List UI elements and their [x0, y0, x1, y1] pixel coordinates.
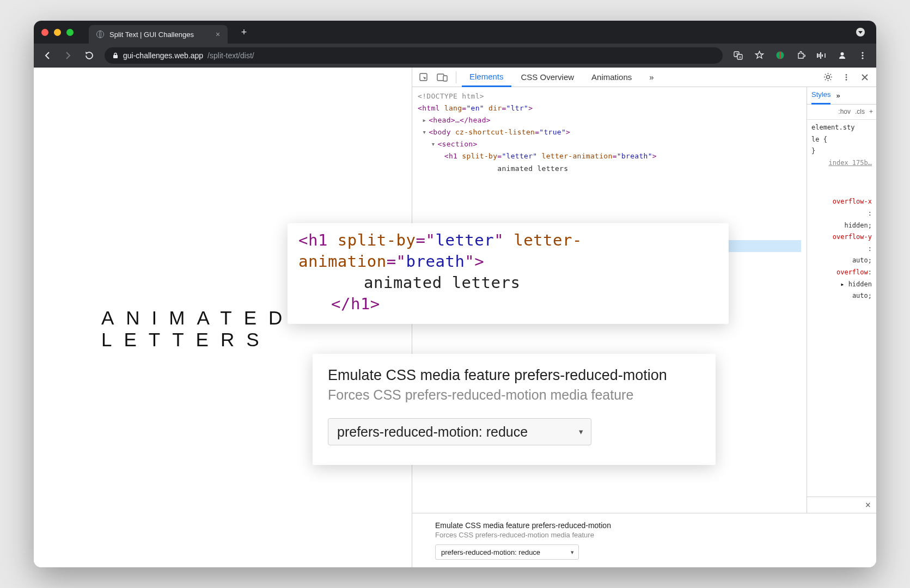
hov-toggle[interactable]: :hov [838, 106, 851, 118]
tab-title: Split Text | GUI Challenges [109, 30, 194, 39]
back-button[interactable] [39, 47, 56, 64]
collapse-arrow-icon[interactable]: ▾ [431, 138, 437, 150]
new-rule-button[interactable]: + [869, 106, 873, 118]
lock-icon [112, 52, 119, 59]
globe-icon [96, 30, 104, 38]
translate-button[interactable]: 文A [730, 47, 747, 64]
tab-elements[interactable]: Elements [462, 68, 511, 87]
expand-arrow-icon[interactable]: ▸ [422, 114, 429, 126]
svg-rect-9 [817, 53, 818, 58]
code-callout: <h1 split-by="letter" letter-animation="… [288, 223, 729, 324]
tab-animations[interactable]: Animations [584, 68, 639, 87]
extensions-button[interactable] [792, 47, 809, 64]
minimize-traffic-light[interactable] [54, 29, 61, 36]
account-avatar[interactable] [852, 24, 869, 40]
reload-button[interactable] [81, 47, 97, 64]
forward-button[interactable] [60, 47, 76, 64]
svg-text:A: A [739, 56, 741, 59]
source-link[interactable]: index 175b… [811, 157, 872, 169]
url-path: /split-text/dist/ [207, 51, 254, 60]
extension-color-icon[interactable] [772, 47, 788, 64]
browser-window: Split Text | GUI Challenges × + gui-chal… [34, 21, 876, 567]
callout-select[interactable]: prefers-reduced-motion: reduce [328, 418, 591, 445]
devtools-tabbar: Elements CSS Overview Animations » [412, 68, 876, 87]
styles-tab[interactable]: Styles [811, 87, 830, 105]
tab-close-icon[interactable]: × [216, 30, 220, 39]
settings-icon[interactable] [820, 69, 836, 85]
callout-desc: Forces CSS prefers-reduced-motion media … [328, 387, 700, 403]
drawer-close-icon[interactable]: × [865, 497, 871, 513]
callout-title: Emulate CSS media feature prefers-reduce… [328, 367, 700, 384]
svg-rect-18 [437, 74, 444, 81]
devtools-overflow-icon[interactable] [838, 69, 854, 85]
device-toolbar-icon[interactable] [434, 69, 450, 85]
zoom-traffic-light[interactable] [66, 29, 74, 36]
svg-point-14 [862, 52, 863, 53]
styles-pane: Styles » :hov .cls + element.sty le { } … [807, 87, 876, 513]
new-tab-button[interactable]: + [236, 24, 252, 40]
browser-tab[interactable]: Split Text | GUI Challenges × [89, 25, 228, 44]
svg-rect-3 [113, 55, 118, 58]
rendering-option-desc: Forces CSS prefers-reduced-motion media … [435, 531, 853, 539]
svg-rect-19 [443, 76, 447, 81]
profile-button[interactable] [834, 47, 850, 64]
svg-point-16 [862, 57, 863, 59]
svg-rect-10 [819, 54, 820, 57]
svg-point-15 [862, 54, 863, 56]
svg-point-23 [846, 79, 847, 81]
address-bar: gui-challenges.web.app/split-text/dist/ … [34, 44, 876, 68]
url-field[interactable]: gui-challenges.web.app/split-text/dist/ [105, 47, 723, 64]
render-callout: Emulate CSS media feature prefers-reduce… [313, 354, 716, 465]
close-traffic-light[interactable] [41, 29, 48, 36]
rendering-drawer: Emulate CSS media feature prefers-reduce… [412, 513, 876, 567]
tabs-overflow[interactable]: » [642, 68, 661, 87]
svg-marker-2 [85, 52, 88, 54]
tab-css-overview[interactable]: CSS Overview [514, 68, 582, 87]
media-button[interactable] [813, 47, 829, 64]
svg-point-20 [826, 76, 829, 79]
svg-point-21 [846, 74, 847, 76]
inspect-element-icon[interactable] [416, 69, 432, 85]
titlebar: Split Text | GUI Challenges × + [34, 21, 876, 44]
styles-overflow[interactable]: » [836, 89, 840, 102]
svg-point-13 [840, 52, 844, 56]
url-domain: gui-challenges.web.app [123, 51, 203, 60]
svg-point-22 [846, 76, 847, 78]
doctype-node: <!DOCTYPE html> [418, 92, 484, 100]
svg-rect-12 [822, 54, 823, 57]
rendering-option-title: Emulate CSS media feature prefers-reduce… [435, 521, 853, 530]
overflow-button[interactable] [854, 47, 871, 64]
devtools-close-icon[interactable] [857, 69, 873, 85]
bookmark-button[interactable] [751, 47, 767, 64]
styles-body[interactable]: element.sty le { } index 175b… overflow-… [807, 120, 876, 497]
content-area: ANIMATED LETTERS Elements CSS Overview A… [34, 68, 876, 567]
collapse-arrow-icon[interactable]: ▾ [422, 126, 429, 138]
prefers-reduced-motion-select[interactable]: prefers-reduced-motion: reduce [435, 544, 579, 560]
cls-toggle[interactable]: .cls [855, 106, 865, 118]
svg-rect-11 [820, 52, 821, 59]
